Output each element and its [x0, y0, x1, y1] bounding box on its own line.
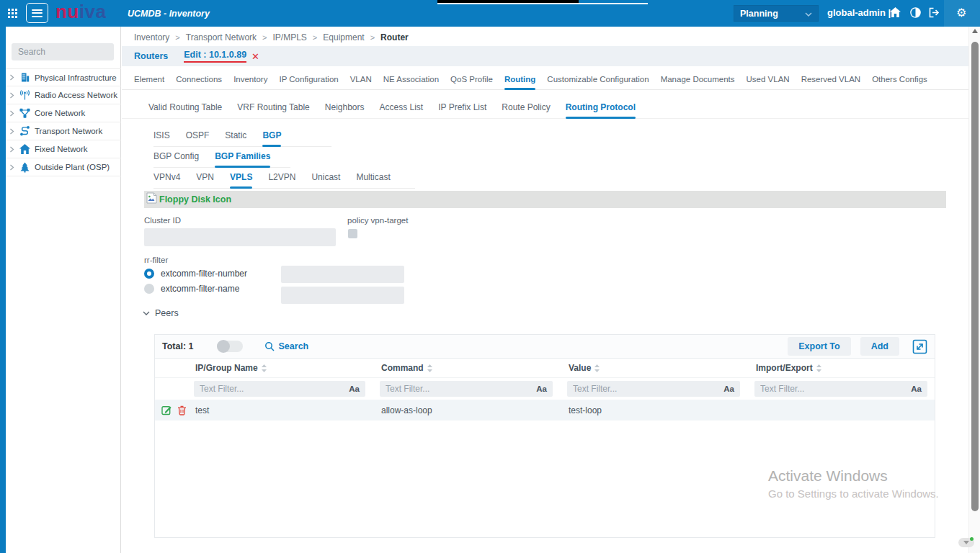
filter-input[interactable] [573, 384, 723, 394]
brand-logo-primary: nu [55, 1, 79, 22]
tab-vlan[interactable]: VLAN [350, 75, 372, 89]
app-grid-icon[interactable] [8, 8, 17, 21]
radio-selected-icon[interactable] [144, 269, 154, 279]
sidebar-search-input[interactable] [12, 43, 114, 60]
tab-ip-prefix-list[interactable]: IP Prefix List [438, 102, 486, 118]
vertical-scrollbar[interactable] [968, 27, 980, 553]
brand-logo: nuiva [55, 1, 106, 23]
filter-input[interactable] [200, 384, 349, 394]
tab-connections[interactable]: Connections [176, 75, 222, 89]
sort-icon[interactable] [594, 364, 600, 372]
sidebar-item-core-network[interactable]: Core Network [6, 104, 121, 122]
add-button[interactable]: Add [860, 337, 899, 356]
breadcrumb-item-ip-mpls[interactable]: IP/MPLS [272, 32, 306, 42]
save-button[interactable]: Floppy Disk Icon [144, 191, 946, 208]
tab-element[interactable]: Element [134, 75, 164, 89]
case-sensitivity-toggle[interactable]: Aa [723, 385, 734, 393]
extcomm-filter-name-input[interactable] [281, 287, 404, 304]
browser-widget-icon[interactable] [958, 538, 974, 547]
tab-others-configs[interactable]: Others Configs [872, 75, 927, 89]
column-header-ip-group-name[interactable]: IP/Group Name [194, 363, 380, 373]
sidebar-item-transport-network[interactable]: Transport Network [6, 122, 121, 140]
sort-icon[interactable] [262, 364, 267, 372]
filter-value[interactable]: Aa [567, 381, 740, 397]
breadcrumb-item-transport-network[interactable]: Transport Network [186, 32, 257, 42]
contrast-icon[interactable] [910, 7, 921, 21]
cluster-id-input[interactable] [144, 228, 336, 246]
case-sensitivity-toggle[interactable]: Aa [349, 385, 360, 393]
tab-used-vlan[interactable]: Used VLAN [747, 75, 790, 89]
tab-multicast[interactable]: Multicast [356, 172, 390, 188]
delete-row-button[interactable] [177, 405, 187, 415]
cell-ip-group-name: test [194, 405, 380, 415]
policy-vpn-target-checkbox[interactable] [348, 229, 357, 238]
tab-ip-configuration[interactable]: IP Configuration [279, 75, 338, 89]
tab-bgp-families[interactable]: BGP Families [215, 151, 270, 167]
sidebar-item-fixed-network[interactable]: Fixed Network [6, 140, 121, 158]
radio-extcomm-filter-name[interactable]: extcomm-filter-name [144, 284, 239, 294]
filter-command[interactable]: Aa [380, 381, 553, 397]
radio-unselected-icon[interactable] [144, 284, 154, 294]
breadcrumb: Inventory > Transport Network > IP/MPLS … [134, 30, 409, 45]
scroll-up-button[interactable] [972, 29, 978, 33]
tab-valid-routing-table[interactable]: Valid Routing Table [148, 102, 222, 118]
case-sensitivity-toggle[interactable]: Aa [911, 385, 922, 393]
peers-section-toggle[interactable]: Peers [143, 308, 179, 318]
table-row[interactable]: test allow-as-loop test-loop [155, 400, 935, 421]
case-sensitivity-toggle[interactable]: Aa [536, 385, 547, 393]
radio-extcomm-filter-number[interactable]: extcomm-filter-number [144, 269, 247, 279]
tab-edit-router[interactable]: Edit : 10.1.0.89 ✕ [184, 50, 259, 63]
tab-l2vpn[interactable]: L2VPN [268, 172, 295, 188]
tab-qos-profile[interactable]: QoS Profile [450, 75, 493, 89]
tab-access-list[interactable]: Access List [380, 102, 424, 118]
close-icon[interactable]: ✕ [251, 51, 259, 62]
column-header-import-export[interactable]: Import/Export [754, 363, 935, 373]
tab-isis[interactable]: ISIS [153, 130, 170, 146]
tab-unicast[interactable]: Unicast [311, 172, 340, 188]
edit-row-button[interactable] [161, 405, 172, 415]
column-header-command[interactable]: Command [380, 363, 567, 373]
tab-neighbors[interactable]: Neighbors [325, 102, 365, 118]
fullscreen-expand-icon[interactable] [912, 339, 927, 354]
sidebar-item-label: Transport Network [35, 127, 102, 135]
rows-toggle[interactable] [217, 341, 243, 352]
extcomm-filter-number-input[interactable] [281, 266, 404, 283]
tab-manage-documents[interactable]: Manage Documents [661, 75, 735, 89]
breadcrumb-item-equipment[interactable]: Equipment [323, 32, 364, 42]
tab-vpls[interactable]: VPLS [230, 172, 252, 188]
tab-inventory[interactable]: Inventory [233, 75, 267, 89]
export-to-button[interactable]: Export To [788, 337, 850, 356]
hamburger-menu-button[interactable] [26, 3, 48, 23]
search-button[interactable]: Search [264, 341, 309, 351]
tab-vpnv4[interactable]: VPNv4 [153, 172, 180, 188]
tab-vrf-routing-table[interactable]: VRF Routing Table [237, 102, 310, 118]
sort-icon[interactable] [816, 364, 821, 372]
tab-static[interactable]: Static [225, 130, 246, 146]
filter-import-export[interactable]: Aa [754, 381, 927, 397]
sort-icon[interactable] [427, 364, 432, 372]
sidebar-item-outside-plant[interactable]: Outside Plant (OSP) [6, 158, 121, 176]
tab-ospf[interactable]: OSPF [186, 130, 210, 146]
tab-routing-protocol[interactable]: Routing Protocol [566, 102, 636, 118]
tab-route-policy[interactable]: Route Policy [502, 102, 550, 118]
scrollbar-thumb[interactable] [971, 42, 979, 511]
tab-routing[interactable]: Routing [504, 75, 535, 89]
tab-customizable-configuration[interactable]: Customizable Configuration [547, 75, 649, 89]
tab-vpn[interactable]: VPN [196, 172, 214, 188]
tab-bgp[interactable]: BGP [262, 130, 281, 146]
sidebar-item-radio-access-network[interactable]: Radio Access Network [6, 86, 121, 104]
filter-input[interactable] [386, 384, 536, 394]
column-header-value[interactable]: Value [567, 363, 754, 373]
settings-gear-icon[interactable]: ⚙ [956, 6, 966, 19]
tab-bgp-config[interactable]: BGP Config [153, 151, 199, 167]
sidebar-item-physical-infrastructure[interactable]: Physical Infrastructure [6, 68, 121, 86]
logout-icon[interactable] [929, 7, 940, 21]
home-icon[interactable] [890, 7, 901, 20]
filter-ip-group-name[interactable]: Aa [194, 381, 365, 397]
tab-routers[interactable]: Routers [134, 51, 168, 61]
tab-reserved-vlan[interactable]: Reserved VLAN [801, 75, 860, 89]
breadcrumb-item-inventory[interactable]: Inventory [134, 32, 169, 42]
filter-input[interactable] [760, 384, 911, 394]
tab-ne-association[interactable]: NE Association [383, 75, 439, 89]
perspective-select[interactable]: Planning [734, 5, 819, 22]
